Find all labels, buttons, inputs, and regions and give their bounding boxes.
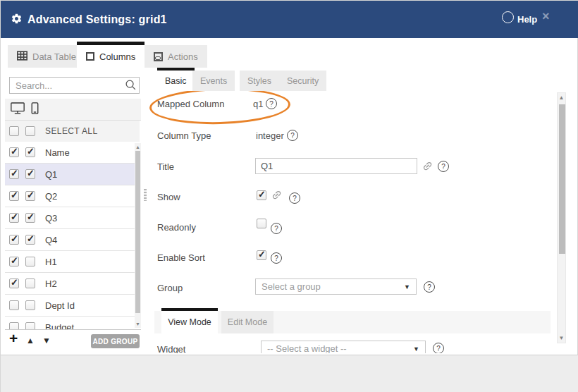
show-label: Show	[157, 192, 180, 202]
scroll-up-icon[interactable]: ▲	[135, 144, 141, 150]
list-item[interactable]: H1	[5, 251, 141, 273]
scroll-down-icon[interactable]: ▼	[135, 321, 141, 327]
tab-styles[interactable]: Styles	[240, 71, 279, 91]
readonly-checkbox[interactable]	[257, 219, 266, 228]
columns-list: Name Q1 Q2 Q3 Q4 H1	[5, 142, 141, 330]
close-icon[interactable]: ×	[542, 10, 550, 23]
panel-scrollbar-thumb[interactable]	[559, 104, 565, 254]
mobile-checkbox[interactable]	[25, 169, 35, 179]
question-icon[interactable]	[438, 161, 449, 172]
list-scrollbar[interactable]: ▲ ▼	[135, 143, 141, 328]
tab-view-mode[interactable]: View Mode	[161, 308, 218, 333]
question-icon[interactable]	[287, 130, 298, 141]
enable-sort-checkbox[interactable]	[257, 250, 266, 260]
search-input[interactable]	[9, 77, 140, 94]
web-checkbox[interactable]	[9, 169, 19, 179]
web-checkbox[interactable]	[9, 191, 19, 201]
mobile-checkbox[interactable]	[25, 147, 35, 157]
column-name: H1	[45, 257, 57, 267]
web-checkbox[interactable]	[9, 278, 19, 288]
show-checkbox[interactable]	[257, 190, 266, 200]
question-icon[interactable]	[266, 98, 277, 109]
column-name: Q3	[45, 213, 57, 223]
scroll-up-icon[interactable]: ▲	[558, 94, 565, 102]
question-icon[interactable]	[289, 192, 300, 204]
list-item[interactable]: Q2	[5, 185, 141, 207]
tab-basic[interactable]: Basic	[157, 68, 195, 91]
tab-events[interactable]: Events	[192, 71, 235, 91]
widget-label: Widget	[157, 344, 185, 353]
tab-actions[interactable]: Actions	[144, 45, 207, 68]
help-icon[interactable]	[502, 11, 514, 23]
mobile-checkbox[interactable]	[25, 278, 35, 288]
mapped-column-value: q1	[253, 99, 263, 109]
question-icon[interactable]	[271, 223, 282, 234]
web-checkbox[interactable]	[9, 257, 19, 267]
tab-data-table[interactable]: Data Table	[8, 45, 85, 68]
list-item[interactable]: Name	[5, 142, 141, 164]
scroll-down-icon[interactable]: ▼	[558, 334, 565, 342]
question-icon[interactable]	[424, 281, 435, 293]
device-filter-row	[5, 99, 141, 121]
column-type-label: Column Type	[157, 130, 211, 141]
add-group-button[interactable]: ADD GROUP	[91, 334, 140, 348]
list-item[interactable]: Q3	[5, 207, 141, 229]
dialog-header: Advanced Settings: grid1 Help ×	[1, 1, 578, 38]
question-icon[interactable]	[271, 252, 282, 264]
move-up-icon[interactable]: ▲	[26, 336, 35, 345]
web-checkbox[interactable]	[9, 300, 19, 310]
add-column-button[interactable]: +	[9, 330, 18, 347]
column-name: Q4	[45, 235, 57, 245]
list-item[interactable]: H2	[5, 273, 141, 295]
column-name: Dept Id	[45, 300, 75, 311]
help-button[interactable]: Help	[517, 1, 537, 38]
select-all-row[interactable]: SELECT ALL	[5, 121, 140, 142]
link-icon[interactable]	[269, 187, 286, 204]
enable-sort-label: Enable Sort	[157, 252, 205, 263]
list-item[interactable]: Q1	[5, 164, 141, 185]
link-icon[interactable]	[419, 158, 437, 176]
list-item[interactable]: Q4	[5, 229, 141, 251]
select-all-web-checkbox[interactable]	[9, 126, 19, 136]
mobile-checkbox[interactable]	[25, 257, 35, 267]
tab-label: Actions	[168, 51, 198, 62]
web-checkbox[interactable]	[9, 322, 19, 330]
tab-columns[interactable]: Columns	[77, 42, 144, 68]
mobile-checkbox[interactable]	[25, 235, 35, 245]
panel-scrollbar[interactable]: ▲ ▼	[557, 92, 566, 343]
mobile-checkbox[interactable]	[25, 213, 35, 223]
web-checkbox[interactable]	[9, 235, 19, 245]
chevron-down-icon: ▼	[404, 283, 410, 290]
list-scrollbar-thumb[interactable]	[135, 151, 140, 313]
widget-select-value: -- Select a widget --	[267, 343, 347, 353]
mapped-column-label: Mapped Column	[157, 99, 224, 109]
mobile-checkbox[interactable]	[25, 300, 35, 310]
advanced-settings-dialog: Advanced Settings: grid1 Help × Data Tab…	[0, 0, 578, 392]
column-name: Q1	[45, 169, 57, 180]
widget-select[interactable]: -- Select a widget -- ▼	[261, 341, 426, 353]
column-type-value: integer	[256, 130, 284, 141]
group-select[interactable]: Select a group ▼	[255, 278, 417, 295]
desktop-icon[interactable]	[11, 102, 25, 117]
select-all-mobile-checkbox[interactable]	[25, 126, 35, 136]
columns-marquee-icon	[86, 52, 94, 61]
tab-label: Data Table	[32, 51, 76, 62]
panel-splitter-handle[interactable]	[144, 189, 147, 201]
tab-security[interactable]: Security	[279, 71, 326, 91]
readonly-label: Readonly	[157, 222, 196, 233]
mobile-checkbox[interactable]	[25, 191, 35, 201]
title-input[interactable]	[255, 158, 417, 174]
tab-edit-mode[interactable]: Edit Mode	[221, 311, 273, 333]
web-checkbox[interactable]	[9, 213, 19, 223]
title-label: Title	[157, 161, 174, 172]
dialog-title: Advanced Settings: grid1	[27, 1, 167, 38]
column-name: H2	[45, 278, 57, 289]
web-checkbox[interactable]	[9, 147, 19, 157]
move-down-icon[interactable]: ▼	[42, 336, 51, 345]
group-label: Group	[157, 283, 183, 293]
mobile-checkbox[interactable]	[25, 322, 35, 330]
mobile-icon[interactable]	[31, 102, 39, 117]
list-item[interactable]: Dept Id	[5, 295, 141, 317]
list-item[interactable]: Budget	[5, 317, 141, 330]
question-icon[interactable]	[433, 343, 444, 353]
